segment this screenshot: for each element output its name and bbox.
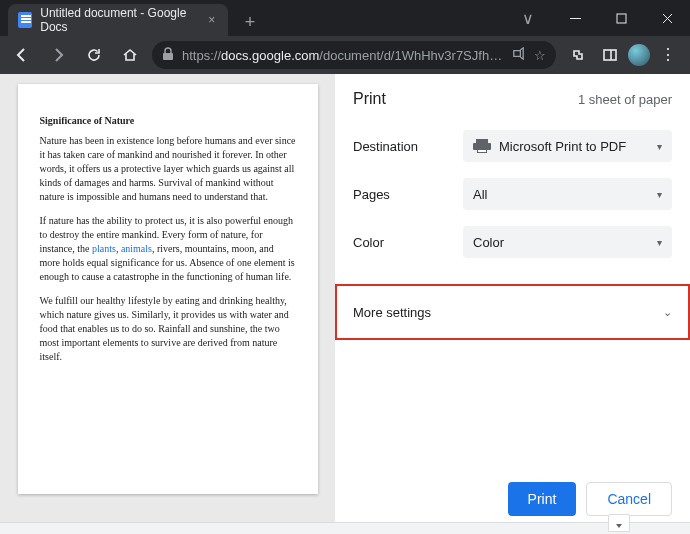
url-text: https://docs.google.com/document/d/1WhHh… [182,48,503,63]
preview-page: Significance of Nature Nature has been i… [18,84,318,494]
profile-avatar[interactable] [628,44,650,66]
panel-title: Print [353,90,386,108]
tabs-dropdown-icon[interactable]: ∨ [522,9,534,28]
tab-strip: Untitled document - Google Docs × + [0,0,522,36]
bookmark-star-icon[interactable]: ☆ [534,48,546,63]
window-minimize-button[interactable] [552,0,598,36]
window-close-button[interactable] [644,0,690,36]
chevron-down-icon: ▾ [657,141,662,152]
print-settings-panel: Print 1 sheet of paper Destination Micro… [335,74,690,534]
back-button[interactable] [8,41,36,69]
panel-header: Print 1 sheet of paper [353,90,672,108]
toolbar-right: ⋮ [564,41,682,69]
pages-label: Pages [353,187,463,202]
window-controls [552,0,690,36]
tab-close-icon[interactable]: × [206,13,218,27]
color-dropdown[interactable]: Color ▾ [463,226,672,258]
shelf-pin-icon[interactable] [608,514,630,532]
destination-dropdown[interactable]: Microsoft Print to PDF ▾ [463,130,672,162]
chevron-down-icon: ▾ [657,237,662,248]
svg-rect-0 [617,14,626,23]
destination-value: Microsoft Print to PDF [499,139,626,154]
docs-favicon-icon [18,12,32,28]
doc-heading: Significance of Nature [40,114,296,128]
browser-toolbar: https://docs.google.com/document/d/1WhHh… [0,36,690,74]
side-panel-button[interactable] [596,41,624,69]
download-shelf [0,522,690,534]
printer-icon [473,139,491,153]
print-button[interactable]: Print [508,482,577,516]
svg-rect-2 [604,50,616,60]
lock-icon [162,47,174,64]
pages-value: All [473,187,487,202]
color-value: Color [473,235,504,250]
color-label: Color [353,235,463,250]
doc-link-animals: animals [121,243,152,254]
chrome-menu-button[interactable]: ⋮ [654,41,682,69]
reload-button[interactable] [80,41,108,69]
home-button[interactable] [116,41,144,69]
doc-paragraph-1: Nature has been in existence long before… [40,134,296,204]
row-color: Color Color ▾ [353,226,672,258]
svg-rect-1 [163,53,173,60]
content-area: Significance of Nature Nature has been i… [0,74,690,534]
cancel-button[interactable]: Cancel [586,482,672,516]
forward-button[interactable] [44,41,72,69]
doc-paragraph-2: If nature has the ability to protect us,… [40,214,296,284]
row-destination: Destination Microsoft Print to PDF ▾ [353,130,672,162]
chevron-down-icon: ⌄ [663,306,672,319]
doc-paragraph-3: We fulfill our healthy lifestyle by eati… [40,294,296,364]
row-pages: Pages All ▾ [353,178,672,210]
more-settings-label: More settings [353,305,431,320]
extensions-button[interactable] [564,41,592,69]
pages-dropdown[interactable]: All ▾ [463,178,672,210]
share-icon[interactable] [511,46,526,64]
window-maximize-button[interactable] [598,0,644,36]
window-titlebar: Untitled document - Google Docs × + ∨ [0,0,690,36]
new-tab-button[interactable]: + [236,8,264,36]
print-preview-pane: Significance of Nature Nature has been i… [0,74,335,534]
sheet-count: 1 sheet of paper [578,92,672,107]
more-settings-toggle[interactable]: More settings ⌄ [335,284,690,340]
browser-tab[interactable]: Untitled document - Google Docs × [8,4,228,36]
doc-link-plants: plants [92,243,116,254]
destination-label: Destination [353,139,463,154]
chevron-down-icon: ▾ [657,189,662,200]
tab-title: Untitled document - Google Docs [40,6,197,34]
address-bar[interactable]: https://docs.google.com/document/d/1WhHh… [152,41,556,69]
